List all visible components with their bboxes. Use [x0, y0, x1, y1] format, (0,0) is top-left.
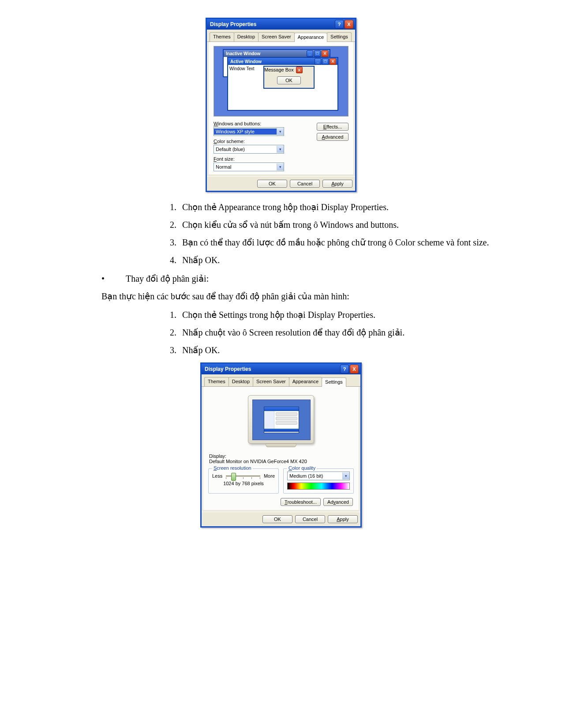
- color-quality-group: Color quality Medium (16 bit) ▾: [283, 468, 354, 494]
- window-text: Window Text: [229, 66, 255, 71]
- maximize-icon: □: [314, 50, 321, 57]
- tab-desktop[interactable]: Desktop: [229, 377, 253, 386]
- list-item: Bạn có thể thay đổi lược đồ mầu hoặc phô…: [179, 234, 511, 251]
- troubleshoot-button[interactable]: Troubleshoot...: [281, 498, 321, 506]
- window-title: Display Properties: [205, 366, 251, 372]
- intro-paragraph: Bạn thực hiện các bước sau để thay đổi đ…: [101, 291, 511, 302]
- screen-resolution-group: Screen resolution Less More 1024 by 768 …: [208, 468, 279, 494]
- effects-button[interactable]: Effects...: [317, 123, 348, 131]
- resolution-slider[interactable]: [225, 472, 261, 479]
- section-header: Thay đổi độ phân giải:: [126, 273, 209, 284]
- dialog-footer: OK Cancel Apply: [207, 176, 355, 191]
- dropdown-value: Normal: [214, 164, 277, 170]
- titlebar[interactable]: Display Properties ? X: [202, 364, 360, 374]
- help-icon[interactable]: ?: [335, 20, 344, 29]
- list-item: Nhấp chuột vào ô Screen resolution để th…: [179, 324, 511, 341]
- chevron-down-icon: ▾: [342, 472, 349, 479]
- appearance-preview: Inactive Window _ □ X Active Window _: [214, 46, 348, 117]
- tab-desktop[interactable]: Desktop: [234, 32, 259, 41]
- settings-steps-list: Chọn thẻ Settings trong hộp thoại Displa…: [51, 306, 511, 359]
- ok-button[interactable]: OK: [262, 515, 292, 523]
- color-spectrum-icon: [287, 483, 350, 490]
- tab-screensaver[interactable]: Screen Saver: [258, 32, 295, 41]
- close-icon: X: [330, 58, 336, 65]
- font-size-dropdown[interactable]: Normal ▾: [214, 162, 284, 171]
- cancel-button[interactable]: Cancel: [295, 515, 325, 523]
- advanced-button[interactable]: Advanced: [317, 133, 348, 141]
- messagebox-title: Message Box: [264, 67, 294, 72]
- display-value: Default Monitor on NVIDIA GeForce4 MX 42…: [209, 459, 353, 464]
- slider-more-label: More: [264, 473, 275, 479]
- apply-button[interactable]: Apply: [328, 515, 358, 523]
- chevron-down-icon: ▾: [277, 146, 284, 153]
- tab-strip: Themes Desktop Screen Saver Appearance S…: [207, 30, 355, 42]
- active-window-title: Active Window: [230, 59, 262, 64]
- tab-settings[interactable]: Settings: [327, 32, 352, 41]
- windows-buttons-dropdown[interactable]: Windows XP style ▾: [214, 127, 284, 136]
- list-item: Chọn thẻ Appearance trong hộp thoại Disp…: [179, 198, 511, 216]
- section-bullet: • Thay đổi độ phân giải:: [101, 273, 511, 284]
- tab-themes[interactable]: Themes: [210, 32, 234, 41]
- dropdown-value: Medium (16 bit): [288, 473, 342, 479]
- tab-appearance[interactable]: Appearance: [294, 33, 327, 42]
- close-icon[interactable]: X: [350, 365, 359, 373]
- dropdown-value: Default (blue): [214, 146, 277, 152]
- monitor-preview: [208, 391, 354, 450]
- close-icon: X: [296, 67, 303, 73]
- list-item: Chọn kiểu cửa sổ và nút bấm trong ô Wind…: [179, 216, 511, 234]
- inactive-window-title: Inactive Window: [226, 51, 260, 56]
- font-size-label: Font size:: [214, 156, 348, 162]
- dialog-footer: OK Cancel Apply: [202, 512, 360, 526]
- help-icon[interactable]: ?: [340, 365, 349, 373]
- display-label: Display:: [209, 453, 353, 459]
- close-icon: X: [322, 50, 328, 57]
- chevron-down-icon: ▾: [277, 163, 284, 170]
- group-legend: Screen resolution: [212, 465, 253, 471]
- slider-less-label: Less: [212, 473, 222, 479]
- list-item: Chọn thẻ Settings trong hộp thoại Displa…: [179, 306, 511, 324]
- list-item: Nhấp OK.: [179, 341, 511, 359]
- advanced-button[interactable]: Advanced: [323, 498, 353, 506]
- mini-window-icon: [264, 407, 299, 433]
- ok-button[interactable]: OK: [257, 180, 287, 188]
- color-quality-dropdown[interactable]: Medium (16 bit) ▾: [287, 472, 350, 480]
- resolution-value: 1024 by 768 pixels: [212, 481, 275, 486]
- bullet-icon: •: [101, 274, 105, 284]
- maximize-icon: □: [322, 58, 329, 65]
- titlebar[interactable]: Display Properties ? X: [207, 19, 355, 30]
- color-scheme-dropdown[interactable]: Default (blue) ▾: [214, 145, 284, 154]
- list-item: Nhấp OK.: [179, 251, 511, 269]
- tab-appearance[interactable]: Appearance: [289, 377, 322, 386]
- cancel-button[interactable]: Cancel: [290, 180, 320, 188]
- appearance-steps-list: Chọn thẻ Appearance trong hộp thoại Disp…: [51, 198, 511, 269]
- tab-strip: Themes Desktop Screen Saver Appearance S…: [202, 374, 360, 387]
- apply-button[interactable]: Apply: [322, 180, 352, 188]
- display-properties-appearance-dialog: Display Properties ? X Themes Desktop Sc…: [206, 18, 356, 192]
- slider-thumb-icon[interactable]: [231, 473, 236, 481]
- tab-settings[interactable]: Settings: [322, 377, 346, 387]
- tab-screensaver[interactable]: Screen Saver: [253, 377, 289, 386]
- close-icon[interactable]: X: [345, 20, 353, 29]
- display-properties-settings-dialog: Display Properties ? X Themes Desktop Sc…: [200, 362, 362, 528]
- window-title: Display Properties: [210, 21, 256, 27]
- chevron-down-icon: ▾: [277, 128, 284, 135]
- minimize-icon: _: [307, 50, 313, 57]
- group-legend: Color quality: [287, 465, 317, 471]
- minimize-icon: _: [315, 58, 321, 65]
- tab-themes[interactable]: Themes: [204, 377, 229, 386]
- dropdown-value: Windows XP style: [214, 128, 277, 135]
- messagebox-ok-button[interactable]: OK: [277, 76, 301, 84]
